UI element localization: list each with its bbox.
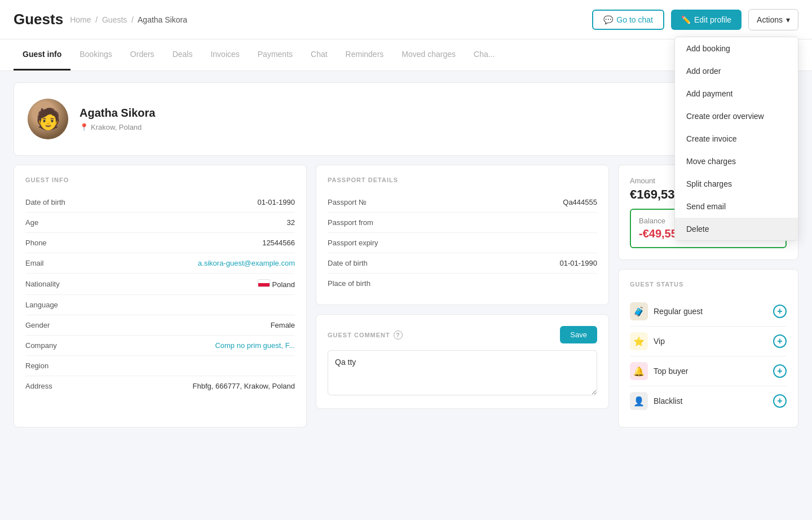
tab-moved-charges[interactable]: Moved charges <box>392 39 465 70</box>
company-value[interactable]: Comp no prim guest, F... <box>215 341 295 350</box>
email-value[interactable]: a.sikora-guest@example.com <box>198 259 295 267</box>
dropdown-add-order[interactable]: Add order <box>675 60 798 82</box>
tab-chat[interactable]: Chat <box>302 39 337 70</box>
header-actions: 💬 Go to chat ✏️ Edit profile Actions ▾ <box>592 9 798 30</box>
page-title: Guests <box>14 11 63 28</box>
info-row-address: Address Fhbfg, 666777, Krakow, Poland <box>25 376 295 396</box>
dropdown-split-charges[interactable]: Split charges <box>675 173 798 195</box>
dob-value: 01-01-1990 <box>258 198 295 206</box>
regular-guest-label: Regular guest <box>654 307 703 316</box>
breadcrumb-guests[interactable]: Guests <box>102 15 127 24</box>
info-row-company: Company Comp no prim guest, F... <box>25 336 295 356</box>
comment-textarea[interactable]: Qa tty <box>328 350 597 395</box>
status-vip-left: ⭐ Vip <box>630 332 665 350</box>
info-row-gender: Gender Female <box>25 315 295 336</box>
actions-button[interactable]: Actions ▾ <box>748 9 798 30</box>
info-row-dob: Date of birth 01-01-1990 <box>25 192 295 213</box>
dropdown-add-payment[interactable]: Add payment <box>675 82 798 105</box>
guest-info-section-title: GUEST INFO <box>25 177 295 183</box>
add-vip-button[interactable]: + <box>773 334 787 348</box>
top-buyer-icon: 🔔 <box>630 362 648 380</box>
dropdown-move-charges[interactable]: Move charges <box>675 150 798 173</box>
status-regular-left: 🧳 Regular guest <box>630 302 703 320</box>
breadcrumb-current: Agatha Sikora <box>138 15 187 24</box>
tab-orders[interactable]: Orders <box>121 39 164 70</box>
tab-invoices[interactable]: Invoices <box>201 39 248 70</box>
tab-reminders[interactable]: Reminders <box>337 39 393 70</box>
guest-name: Agatha Sikora <box>80 107 155 120</box>
vip-icon: ⭐ <box>630 332 648 350</box>
blacklist-icon: 👤 <box>630 392 648 410</box>
breadcrumb-home[interactable]: Home <box>70 15 91 24</box>
regular-guest-icon: 🧳 <box>630 302 648 320</box>
chat-icon: 💬 <box>603 15 613 24</box>
address-value: Fhbfg, 666777, Krakow, Poland <box>193 382 295 390</box>
guest-info-header: Agatha Sikora 📍 Krakow, Poland <box>80 107 155 131</box>
status-regular-guest: 🧳 Regular guest + <box>630 297 787 327</box>
status-top-buyer-left: 🔔 Top buyer <box>630 362 688 380</box>
phone-label: Phone <box>25 239 47 247</box>
chevron-down-icon: ▾ <box>786 15 790 24</box>
passport-number-label: Passport № <box>328 198 367 206</box>
status-vip: ⭐ Vip + <box>630 327 787 356</box>
email-label: Email <box>25 259 44 267</box>
help-icon: ? <box>394 330 403 340</box>
dropdown-add-booking[interactable]: Add booking <box>675 37 798 60</box>
passport-pob-label: Place of birth <box>328 279 370 288</box>
language-label: Language <box>25 301 58 309</box>
top-buyer-label: Top buyer <box>654 367 688 376</box>
dob-label: Date of birth <box>25 198 65 206</box>
status-blacklist: 👤 Blacklist + <box>630 386 787 416</box>
nationality-value: Poland <box>258 279 295 289</box>
guest-status-title: GUEST STATUS <box>630 281 787 288</box>
passport-card: PASSPORT DETAILS Passport № Qa444555 Pas… <box>316 165 609 305</box>
blacklist-label: Blacklist <box>654 396 682 406</box>
edit-profile-button[interactable]: ✏️ Edit profile <box>671 10 742 30</box>
avatar-image: 🧑 <box>28 99 68 139</box>
passport-row-number: Passport № Qa444555 <box>328 192 597 213</box>
comment-save-button[interactable]: Save <box>560 326 597 343</box>
info-row-region: Region <box>25 356 295 376</box>
info-row-phone: Phone 12544566 <box>25 233 295 253</box>
go-to-chat-button[interactable]: 💬 Go to chat <box>592 10 664 30</box>
age-label: Age <box>25 218 38 227</box>
poland-flag <box>258 279 270 287</box>
dropdown-create-order-overview[interactable]: Create order overview <box>675 105 798 127</box>
tab-bookings[interactable]: Bookings <box>70 39 121 70</box>
info-row-nationality: Nationality Poland <box>25 274 295 295</box>
passport-section-title: PASSPORT DETAILS <box>328 177 597 183</box>
guest-location: 📍 Krakow, Poland <box>80 123 155 131</box>
add-regular-guest-button[interactable]: + <box>773 305 787 318</box>
tab-cha[interactable]: Cha... <box>465 39 504 70</box>
location-icon: 📍 <box>80 123 89 131</box>
tab-deals[interactable]: Deals <box>164 39 202 70</box>
passport-row-expiry: Passport expiry <box>328 233 597 253</box>
dropdown-send-email[interactable]: Send email <box>675 195 798 218</box>
comment-card: GUEST COMMENT ? Save Qa tty <box>316 314 609 409</box>
passport-number-value: Qa444555 <box>563 198 597 206</box>
breadcrumb: Home / Guests / Agatha Sikora <box>70 15 187 24</box>
tab-payments[interactable]: Payments <box>249 39 302 70</box>
passport-dob-label: Date of birth <box>328 259 368 267</box>
comment-title: GUEST COMMENT ? <box>328 330 403 340</box>
actions-dropdown-menu: Add booking Add order Add payment Create… <box>674 37 798 241</box>
middle-column: PASSPORT DETAILS Passport № Qa444555 Pas… <box>316 165 609 428</box>
passport-row-from: Passport from <box>328 213 597 233</box>
nationality-label: Nationality <box>25 280 60 288</box>
info-row-age: Age 32 <box>25 213 295 233</box>
status-top-buyer: 🔔 Top buyer + <box>630 356 787 386</box>
edit-icon: ✏️ <box>681 15 691 24</box>
passport-dob-value: 01-01-1990 <box>560 259 598 267</box>
passport-from-label: Passport from <box>328 218 373 227</box>
region-label: Region <box>25 362 48 370</box>
passport-row-pob: Place of birth <box>328 274 597 293</box>
dropdown-delete[interactable]: Delete <box>675 218 798 240</box>
add-top-buyer-button[interactable]: + <box>773 364 787 378</box>
info-row-email: Email a.sikora-guest@example.com <box>25 253 295 274</box>
avatar: 🧑 <box>28 99 68 139</box>
tab-guest-info[interactable]: Guest info <box>14 39 70 70</box>
dropdown-create-invoice[interactable]: Create invoice <box>675 127 798 150</box>
comment-header: GUEST COMMENT ? Save <box>328 326 597 343</box>
status-blacklist-left: 👤 Blacklist <box>630 392 682 410</box>
add-blacklist-button[interactable]: + <box>773 394 787 408</box>
